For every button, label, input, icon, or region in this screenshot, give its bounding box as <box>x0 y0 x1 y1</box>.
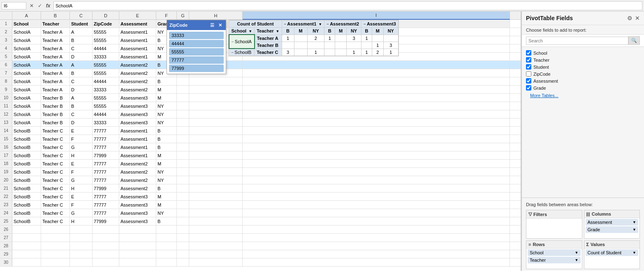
cell-f8[interactable]: B <box>156 77 177 85</box>
cell-a13[interactable]: SchoolA <box>12 119 41 126</box>
cell-f22[interactable]: M <box>156 193 177 200</box>
cell-i16[interactable] <box>243 143 510 151</box>
cell-b21[interactable]: Teacher C <box>41 184 70 192</box>
cell-f12[interactable]: NY <box>156 110 177 118</box>
col-header-b[interactable]: B <box>41 12 70 20</box>
cell-e28[interactable] <box>119 242 156 250</box>
col-header-f[interactable]: F <box>156 12 177 20</box>
col-header-a[interactable]: A <box>12 12 41 20</box>
cell-h30[interactable] <box>189 258 243 266</box>
cell-d25[interactable]: 77999 <box>93 217 119 225</box>
pivot-teacherb-cell[interactable]: Teacher B <box>255 42 282 49</box>
cell-reference-box[interactable] <box>2 2 26 9</box>
cell-h18[interactable] <box>189 160 243 167</box>
cell-f15[interactable]: B <box>156 135 177 143</box>
sheet-row-11[interactable]: 11 SchoolA Teacher B B 55555 Assessment3… <box>0 102 521 110</box>
cell-f9[interactable]: M <box>156 86 177 93</box>
cell-d1[interactable]: ZipCode <box>93 20 119 28</box>
cell-b12[interactable]: Teacher B <box>41 110 70 118</box>
slicer-item-77777[interactable]: 77777 <box>169 56 224 64</box>
cell-f25[interactable]: B <box>156 217 177 225</box>
col-header-h[interactable]: H <box>189 12 243 20</box>
cell-b27[interactable] <box>41 234 70 242</box>
cell-h13[interactable] <box>189 119 243 126</box>
cell-h29[interactable] <box>189 250 243 258</box>
cell-h19[interactable] <box>189 168 243 176</box>
cell-a15[interactable]: SchoolB <box>12 135 41 143</box>
pivot-teacherc-cell[interactable]: Teacher C <box>255 49 282 56</box>
more-tables-link[interactable]: More Tables... <box>526 91 640 100</box>
cell-d19[interactable]: 77777 <box>93 168 119 176</box>
cell-d30[interactable] <box>93 258 119 266</box>
formula-input[interactable] <box>53 1 642 10</box>
cell-d4[interactable]: 44444 <box>93 44 119 52</box>
cell-c6[interactable]: A <box>70 61 93 69</box>
cell-c23[interactable]: F <box>70 201 93 209</box>
cell-e1[interactable]: Assessment <box>119 20 156 28</box>
pivot-row-schoola-teachera[interactable]: −SchoolA Teacher A 1 2 1 3 1 <box>229 35 398 42</box>
cell-d27[interactable] <box>93 234 119 242</box>
cell-g16[interactable] <box>177 143 189 151</box>
sheet-row-7[interactable]: 7 SchoolA Teacher A B 55555 Assessment2 … <box>0 69 521 77</box>
row-num-25[interactable]: 25 <box>0 217 12 225</box>
cell-i12[interactable] <box>243 110 510 118</box>
cell-a29[interactable] <box>12 250 41 258</box>
row-num-6[interactable]: 6 <box>0 61 12 69</box>
cell-i8[interactable] <box>243 77 510 85</box>
cell-i7[interactable] <box>243 69 510 77</box>
cell-i9[interactable] <box>243 86 510 93</box>
cell-g27[interactable] <box>177 234 189 242</box>
cell-c13[interactable]: D <box>70 119 93 126</box>
cell-h15[interactable] <box>189 135 243 143</box>
schoolb-collapse[interactable]: − <box>232 50 234 55</box>
cell-g14[interactable] <box>177 127 189 135</box>
cell-b28[interactable] <box>41 242 70 250</box>
assessment3-collapse[interactable]: − <box>364 22 366 26</box>
cell-b11[interactable]: Teacher B <box>41 102 70 110</box>
cell-a12[interactable]: SchoolA <box>12 110 41 118</box>
cell-c14[interactable]: E <box>70 127 93 135</box>
cell-g25[interactable] <box>177 217 189 225</box>
row-num-3[interactable]: 3 <box>0 36 12 44</box>
cell-c5[interactable]: D <box>70 53 93 60</box>
cell-f16[interactable]: B <box>156 143 177 151</box>
cell-a10[interactable]: SchoolA <box>12 94 41 102</box>
schoola-collapse[interactable]: − <box>232 40 234 44</box>
slicer-item-33333[interactable]: 33333 <box>169 32 224 39</box>
cell-i21[interactable] <box>243 184 510 192</box>
cell-c21[interactable]: H <box>70 184 93 192</box>
cell-g15[interactable] <box>177 135 189 143</box>
col-header-e[interactable]: E <box>119 12 156 20</box>
col-header-d[interactable]: D <box>93 12 119 20</box>
cell-i26[interactable] <box>243 226 510 233</box>
slicer-item-55555[interactable]: 55555 <box>169 48 224 56</box>
sheet-row-21[interactable]: 21 SchoolB Teacher C H 77999 Assessment2… <box>0 184 521 193</box>
cell-c25[interactable]: H <box>70 217 93 225</box>
cell-a1[interactable]: School <box>12 20 41 28</box>
cell-g9[interactable] <box>177 86 189 93</box>
cell-e26[interactable] <box>119 226 156 233</box>
cell-f20[interactable]: NY <box>156 176 177 184</box>
cell-a27[interactable] <box>12 234 41 242</box>
cell-c15[interactable]: F <box>70 135 93 143</box>
cell-a8[interactable]: SchoolA <box>12 77 41 85</box>
cell-b6[interactable]: Teacher A <box>41 61 70 69</box>
col-header-c[interactable]: C <box>70 12 93 20</box>
sheet-row-8[interactable]: 8 SchoolA Teacher A C 44444 Assessment2 … <box>0 77 521 86</box>
pivot-teachera-cell[interactable]: Teacher A <box>255 35 282 42</box>
cell-b30[interactable] <box>41 258 70 266</box>
cell-g29[interactable] <box>177 250 189 258</box>
pivot-row-schoolb-teacherc[interactable]: −SchoolB Teacher C 3 1 1 1 2 1 <box>229 49 398 56</box>
cell-b16[interactable]: Teacher C <box>41 143 70 151</box>
cell-b9[interactable]: Teacher A <box>41 86 70 93</box>
sheet-row-29[interactable]: 29 <box>0 250 521 258</box>
cell-a23[interactable]: SchoolB <box>12 201 41 209</box>
cell-b26[interactable] <box>41 226 70 233</box>
row-num-4[interactable]: 4 <box>0 44 12 52</box>
cell-i10[interactable] <box>243 94 510 102</box>
field-student-checkbox[interactable] <box>526 64 531 70</box>
row-num-16[interactable]: 16 <box>0 143 12 151</box>
cell-i25[interactable] <box>243 217 510 225</box>
cell-h20[interactable] <box>189 176 243 184</box>
cell-b10[interactable]: Teacher B <box>41 94 70 102</box>
